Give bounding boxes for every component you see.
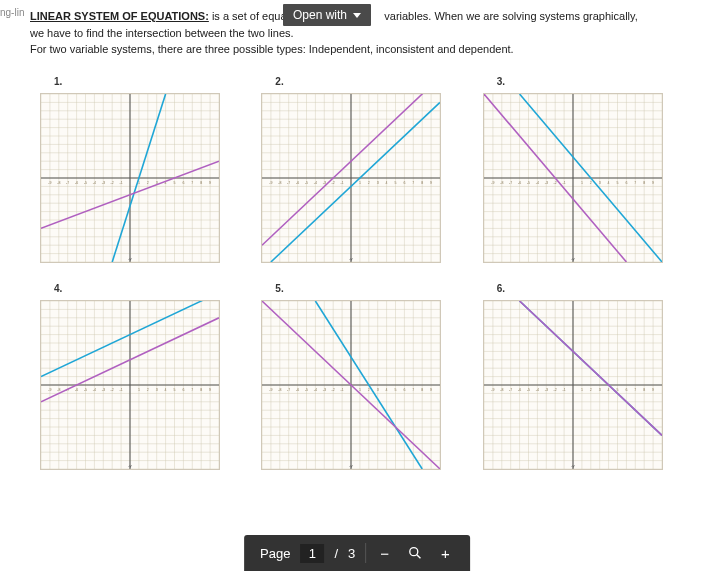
svg-text:5: 5 — [616, 180, 618, 184]
svg-text:-y: -y — [128, 256, 133, 261]
graph-plot: -9-8-7-6-5-4-3-2-1123456789-y — [40, 93, 220, 263]
svg-text:-y: -y — [349, 463, 354, 468]
svg-text:-8: -8 — [279, 180, 282, 184]
graph-label: 2. — [275, 76, 452, 87]
open-with-label: Open with — [293, 8, 347, 22]
svg-text:-5: -5 — [527, 180, 530, 184]
svg-text:3: 3 — [156, 387, 158, 391]
svg-line-391 — [417, 555, 421, 559]
magnifier-icon — [407, 545, 423, 561]
svg-text:6: 6 — [182, 387, 184, 391]
intro-heading: LINEAR SYSTEM OF EQUATIONS: — [30, 10, 209, 22]
svg-text:-6: -6 — [518, 180, 521, 184]
svg-text:3: 3 — [377, 180, 379, 184]
zoom-fit-button[interactable] — [403, 545, 427, 561]
svg-text:-6: -6 — [296, 387, 299, 391]
svg-text:-y: -y — [349, 256, 354, 261]
svg-text:-2: -2 — [111, 180, 114, 184]
svg-text:-8: -8 — [500, 387, 503, 391]
svg-text:-7: -7 — [509, 180, 512, 184]
graph-plot: -9-8-7-6-5-4-3-2-1123456789-y — [261, 93, 441, 263]
svg-text:9: 9 — [652, 180, 654, 184]
svg-text:-9: -9 — [491, 387, 494, 391]
truncated-filename: ng-lin — [0, 7, 24, 18]
graph-plot: -9-8-7-6-5-4-3-2-1123456789-y — [40, 300, 220, 470]
svg-point-390 — [410, 548, 418, 556]
svg-text:7: 7 — [191, 387, 193, 391]
svg-text:-3: -3 — [102, 387, 105, 391]
svg-text:-1: -1 — [562, 387, 565, 391]
zoom-in-button[interactable]: + — [437, 545, 454, 562]
graph-label: 4. — [54, 283, 231, 294]
svg-text:4: 4 — [165, 387, 167, 391]
svg-text:2: 2 — [368, 387, 370, 391]
svg-text:3: 3 — [598, 387, 600, 391]
svg-text:3: 3 — [377, 387, 379, 391]
svg-text:7: 7 — [413, 180, 415, 184]
svg-text:6: 6 — [625, 387, 627, 391]
svg-text:-y: -y — [571, 463, 576, 468]
svg-text:-4: -4 — [93, 387, 96, 391]
svg-text:7: 7 — [413, 387, 415, 391]
svg-text:9: 9 — [209, 387, 211, 391]
intro-line3: For two variable systems, there are thre… — [30, 43, 514, 55]
graph-label: 3. — [497, 76, 674, 87]
page-label: Page — [260, 546, 290, 561]
svg-text:-9: -9 — [270, 387, 273, 391]
svg-text:9: 9 — [652, 387, 654, 391]
intro-line2: we have to find the intersection between… — [30, 27, 294, 39]
toolbar-separator — [365, 543, 366, 563]
svg-text:-5: -5 — [305, 180, 308, 184]
svg-text:-y: -y — [128, 463, 133, 468]
svg-text:-1: -1 — [562, 180, 565, 184]
svg-text:7: 7 — [634, 387, 636, 391]
svg-text:-3: -3 — [544, 180, 547, 184]
svg-text:8: 8 — [200, 180, 202, 184]
svg-text:-y: -y — [571, 256, 576, 261]
svg-text:-1: -1 — [341, 180, 344, 184]
svg-text:1: 1 — [138, 387, 140, 391]
svg-text:-3: -3 — [102, 180, 105, 184]
pdf-toolbar: Page / 3 − + — [244, 535, 470, 571]
svg-text:6: 6 — [182, 180, 184, 184]
graph-cell: 1.-9-8-7-6-5-4-3-2-1123456789-y — [40, 76, 231, 263]
svg-text:1: 1 — [359, 180, 361, 184]
svg-text:-8: -8 — [279, 387, 282, 391]
svg-text:2: 2 — [368, 180, 370, 184]
svg-text:6: 6 — [404, 180, 406, 184]
zoom-out-button[interactable]: − — [376, 545, 393, 562]
svg-text:8: 8 — [422, 387, 424, 391]
svg-text:8: 8 — [200, 387, 202, 391]
graph-plot: -9-8-7-6-5-4-3-2-1123456789-y — [483, 300, 663, 470]
svg-text:2: 2 — [147, 387, 149, 391]
page-total: 3 — [348, 546, 355, 561]
intro-line1b: variables. When we are solving systems g… — [381, 10, 638, 22]
svg-text:-7: -7 — [287, 387, 290, 391]
svg-text:9: 9 — [209, 180, 211, 184]
graph-cell: 4.-9-8-7-6-5-4-3-2-1123456789-y — [40, 283, 231, 470]
chevron-down-icon — [353, 13, 361, 18]
svg-text:5: 5 — [395, 180, 397, 184]
svg-text:-1: -1 — [341, 387, 344, 391]
svg-text:-4: -4 — [314, 180, 317, 184]
svg-text:-8: -8 — [500, 180, 503, 184]
svg-text:9: 9 — [430, 180, 432, 184]
svg-text:-4: -4 — [93, 180, 96, 184]
svg-text:5: 5 — [174, 387, 176, 391]
svg-text:1: 1 — [359, 387, 361, 391]
svg-text:-2: -2 — [332, 180, 335, 184]
svg-text:2: 2 — [589, 180, 591, 184]
svg-text:5: 5 — [395, 387, 397, 391]
svg-text:-2: -2 — [553, 387, 556, 391]
svg-text:-2: -2 — [332, 387, 335, 391]
svg-text:-9: -9 — [491, 180, 494, 184]
svg-text:-4: -4 — [535, 387, 538, 391]
svg-text:-9: -9 — [48, 180, 51, 184]
graph-cell: 2.-9-8-7-6-5-4-3-2-1123456789-y — [261, 76, 452, 263]
svg-text:8: 8 — [643, 387, 645, 391]
open-with-button[interactable]: Open with — [283, 4, 371, 26]
page-number-input[interactable] — [300, 544, 324, 563]
svg-text:7: 7 — [634, 180, 636, 184]
svg-text:-8: -8 — [57, 387, 60, 391]
page-slash: / — [334, 546, 338, 561]
